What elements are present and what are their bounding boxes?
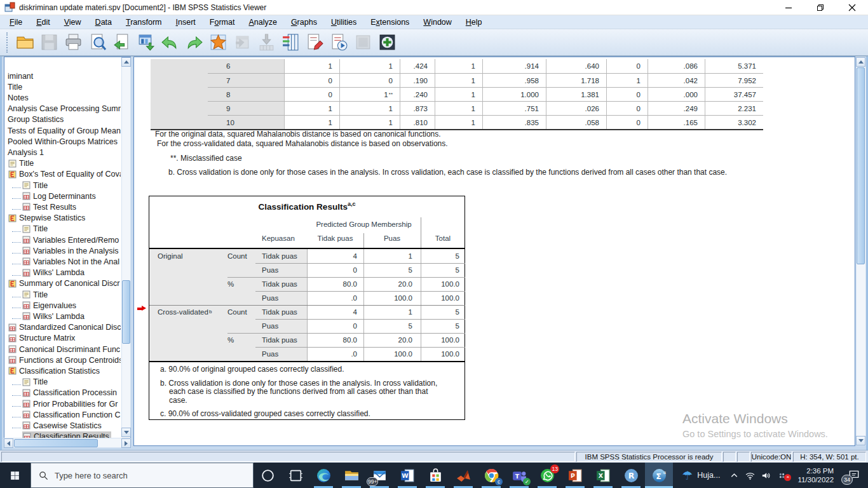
cortana-taskbar-button[interactable]: [254, 463, 281, 488]
edge-taskbar-button[interactable]: [309, 463, 337, 488]
open-icon[interactable]: [13, 31, 37, 54]
outline-item-classification-function-c[interactable]: Classification Function C: [4, 409, 121, 420]
outline-item-wilks-lambda[interactable]: Wilks' Lambda: [4, 311, 121, 322]
outline-item-notes[interactable]: Notes: [4, 92, 121, 103]
taskbar-search-input[interactable]: Type here to search: [31, 463, 254, 488]
outline-scroll-left-button[interactable]: [4, 438, 13, 448]
outline-item-classification-processin[interactable]: Classification Processin: [4, 388, 121, 398]
output-scroll-up-button[interactable]: [856, 57, 865, 67]
export-icon[interactable]: [109, 31, 133, 54]
outline-item-structure-matrix[interactable]: Structure Matrix: [4, 333, 121, 344]
menu-data[interactable]: Data: [88, 17, 119, 28]
menu-file[interactable]: File: [3, 17, 29, 28]
action-center-button[interactable]: 34: [840, 463, 868, 488]
outline-item-test-results[interactable]: Test Results: [4, 201, 121, 212]
matlab-taskbar-button[interactable]: [449, 463, 477, 488]
outline-item-analysis-case-processing-summ[interactable]: Analysis Case Processing Summ: [4, 104, 121, 114]
outline-item-title[interactable]: Title: [4, 180, 121, 191]
close-button[interactable]: [836, 0, 868, 15]
outline-item-classification-statistics[interactable]: Classification Statistics: [4, 365, 121, 376]
outline-item-box-s-test-of-equality-of-cova[interactable]: Box's Test of Equality of Cova: [4, 169, 121, 180]
start-button[interactable]: [0, 463, 31, 488]
file-explorer-taskbar-button[interactable]: [337, 463, 365, 488]
table-icon: [22, 312, 31, 320]
whatsapp-taskbar-button[interactable]: 13: [533, 463, 561, 488]
task-view-taskbar-button[interactable]: [281, 463, 309, 488]
r-taskbar-button[interactable]: R: [617, 463, 645, 488]
outline-item-title[interactable]: Title: [4, 81, 121, 92]
casewise-value: .914: [482, 59, 546, 73]
connect-icon[interactable]: ×: [774, 470, 790, 481]
outline-item-stepwise-statistics[interactable]: Stepwise Statistics: [4, 213, 121, 224]
outline-item-canonical-discriminant-func[interactable]: Canonical Discriminant Func: [4, 344, 121, 355]
chrome-taskbar-button[interactable]: c: [477, 463, 505, 488]
undo-icon[interactable]: [158, 31, 182, 54]
variables-icon[interactable]: [278, 31, 302, 54]
store-taskbar-button[interactable]: [421, 463, 449, 488]
outline-item-title[interactable]: Title: [4, 377, 121, 388]
activate-windows-watermark-sub: Go to Settings to activate Windows.: [682, 429, 828, 439]
menu-view[interactable]: View: [57, 17, 88, 28]
casewise-statistics-table[interactable]: 611.4241.914.6400.0865.371700.1901.9581.…: [151, 59, 763, 130]
outline-item-title[interactable]: Title: [4, 289, 121, 300]
menu-insert[interactable]: Insert: [169, 17, 203, 28]
menu-utilities[interactable]: Utilities: [324, 17, 363, 28]
recall-dialogs-icon[interactable]: [133, 31, 158, 54]
outline-item-eigenvalues[interactable]: Eigenvalues: [4, 300, 121, 311]
redo-icon[interactable]: [182, 31, 206, 54]
run-script-icon[interactable]: [327, 31, 351, 54]
menu-transform[interactable]: Transform: [119, 17, 169, 28]
insert-favorite-icon[interactable]: [206, 31, 230, 54]
outline-hscroll-thumb[interactable]: [14, 439, 98, 447]
outline-item-prior-probabilities-for-gr[interactable]: Prior Probabilities for Gr: [4, 398, 121, 409]
restore-button[interactable]: [804, 0, 836, 15]
outline-vscrollbar[interactable]: [121, 57, 131, 437]
outline-item-summary-of-canonical-discr[interactable]: Summary of Canonical Discr: [4, 278, 121, 289]
chevron-up-icon[interactable]: [726, 470, 742, 481]
menu-window[interactable]: Window: [416, 17, 458, 28]
minimize-button[interactable]: [773, 0, 804, 15]
outline-item-variables-not-in-the-anal[interactable]: Variables Not in the Anal: [4, 256, 121, 267]
teams-taskbar-button[interactable]: T✓: [505, 463, 533, 488]
outline-scroll-right-button[interactable]: [121, 438, 131, 448]
mail-taskbar-button[interactable]: 99+: [365, 463, 393, 488]
menu-format[interactable]: Format: [203, 17, 242, 28]
outline-item-wilks-lambda[interactable]: Wilks' Lambda: [4, 268, 121, 278]
menu-extensions[interactable]: Extensions: [363, 17, 416, 28]
output-scroll-down-button[interactable]: [856, 436, 865, 445]
powerpoint-taskbar-button[interactable]: P: [561, 463, 589, 488]
volume-icon[interactable]: [758, 470, 774, 481]
outline-item-functions-at-group-centroids[interactable]: Functions at Group Centroids: [4, 355, 121, 365]
outline-item-iminant[interactable]: iminant: [4, 71, 121, 81]
classification-results-table[interactable]: Classification Resultsa,c Predicted Grou…: [149, 196, 465, 420]
menu-analyze[interactable]: Analyze: [241, 17, 283, 28]
weather-widget[interactable]: ☂ Huja...: [673, 463, 726, 488]
outline-item-title[interactable]: Title: [4, 224, 121, 234]
outline-vscroll-thumb[interactable]: [122, 280, 130, 344]
outline-scroll-down-button[interactable]: [121, 428, 131, 437]
outline-scroll-up-button[interactable]: [121, 57, 131, 67]
menu-graphs[interactable]: Graphs: [284, 17, 324, 28]
wifi-icon[interactable]: [742, 470, 758, 481]
outline-item-variables-entered-remo[interactable]: Variables Entered/Remo: [4, 234, 121, 245]
outline-item-group-statistics[interactable]: Group Statistics: [4, 114, 121, 125]
outline-item-variables-in-the-analysis[interactable]: Variables in the Analysis: [4, 245, 121, 256]
outline-item-title[interactable]: Title: [4, 158, 121, 169]
excel-taskbar-button[interactable]: X: [589, 463, 617, 488]
outline-item-standardized-canonical-disc[interactable]: Standardized Canonical Disc: [4, 322, 121, 333]
spss-taskbar-button[interactable]: Σα: [645, 463, 673, 488]
print-preview-icon[interactable]: [85, 31, 109, 54]
outline-item-log-determinants[interactable]: Log Determinants: [4, 191, 121, 201]
show-all-icon[interactable]: [375, 31, 399, 54]
taskbar-clock[interactable]: 2:36 PM 11/30/2022: [790, 463, 840, 488]
menu-edit[interactable]: Edit: [29, 17, 57, 28]
outline-item-analysis-1[interactable]: Analysis 1: [4, 147, 121, 158]
word-taskbar-button[interactable]: W: [393, 463, 421, 488]
outline-item-pooled-within-groups-matrices[interactable]: Pooled Within-Groups Matrices: [4, 136, 121, 147]
output-vscroll-thumb[interactable]: [857, 67, 865, 264]
outline-item-casewise-statistics[interactable]: Casewise Statistics: [4, 420, 121, 431]
print-icon[interactable]: [61, 31, 85, 54]
outline-item-tests-of-equality-of-group-means[interactable]: Tests of Equality of Group Means: [4, 125, 121, 136]
edit-output-icon[interactable]: [302, 31, 327, 54]
menu-help[interactable]: Help: [459, 17, 489, 28]
